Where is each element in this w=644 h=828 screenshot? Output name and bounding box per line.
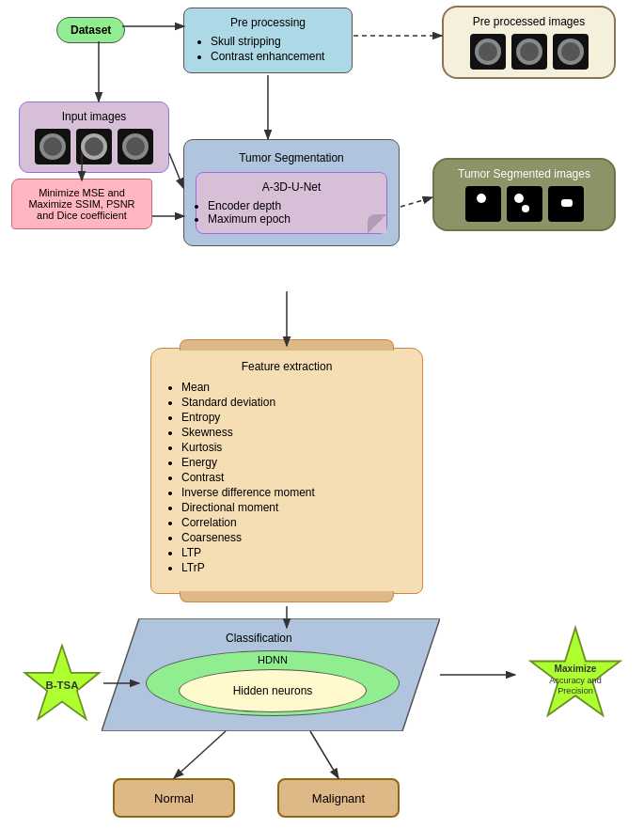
preprocessing-list: Skull stripping Contrast enhancement xyxy=(196,35,340,63)
hidden-neurons-label: Hidden neurons xyxy=(233,684,313,697)
feature-item-idm: Inverse difference moment xyxy=(181,486,407,499)
maxacc-star: Maximize Accuracy and Precision xyxy=(524,625,627,728)
a3d-item-2: Maximum epoch xyxy=(208,212,375,226)
svg-text:Maximize: Maximize xyxy=(555,664,597,674)
brain-image-2 xyxy=(511,34,547,70)
minimize-mse-text: Minimize MSE and Maximize SSIM, PSNR and… xyxy=(28,187,134,221)
input-brain-image-2 xyxy=(76,129,112,164)
a3d-item-1: Encoder depth xyxy=(208,199,375,212)
feature-item-ltp: LTP xyxy=(181,546,407,559)
svg-line-13 xyxy=(169,153,183,188)
dataset-bubble: Dataset xyxy=(56,17,125,43)
svg-text:Precision: Precision xyxy=(558,686,593,695)
seg-image-1 xyxy=(465,186,501,222)
normal-output-box: Normal xyxy=(113,778,235,818)
preprocessing-box: Pre processing Skull stripping Contrast … xyxy=(183,8,353,73)
malignant-output-box: Malignant xyxy=(277,778,400,818)
hdnn-outer: HDNN Hidden neurons xyxy=(146,650,400,716)
preprocessing-item-1: Skull stripping xyxy=(211,35,340,48)
feature-item-coarse: Coarseness xyxy=(181,531,407,544)
feature-item-skewness: Skewness xyxy=(181,426,407,439)
btsa-star-svg: B-TSA xyxy=(21,644,103,726)
hdnn-inner: Hidden neurons xyxy=(179,669,367,712)
a3d-box: A-3D-U-Net Encoder depth Maximum epoch xyxy=(196,172,387,234)
feature-item-kurtosis: Kurtosis xyxy=(181,441,407,454)
feature-extraction-box: Feature extraction Mean Standard deviati… xyxy=(150,348,423,594)
brain-image-1 xyxy=(470,34,506,70)
input-images-row xyxy=(29,129,159,164)
tumor-segmentation-box: Tumor Segmentation A-3D-U-Net Encoder de… xyxy=(183,139,400,246)
seg-image-2 xyxy=(507,186,542,222)
hdnn-label: HDNN xyxy=(258,654,288,665)
scroll-bottom-decoration xyxy=(180,591,394,602)
feature-item-corr: Correlation xyxy=(181,516,407,529)
classification-title: Classification xyxy=(226,632,292,645)
minimize-mse-box: Minimize MSE and Maximize SSIM, PSNR and… xyxy=(11,179,152,229)
maxacc-star-svg: Maximize Accuracy and Precision xyxy=(524,625,627,728)
preprocessing-title: Pre processing xyxy=(196,16,340,29)
normal-label: Normal xyxy=(154,791,194,805)
scroll-top-decoration xyxy=(180,339,394,351)
feature-item-energy: Energy xyxy=(181,456,407,469)
svg-line-21 xyxy=(310,731,338,778)
brain-image-3 xyxy=(553,34,589,70)
preprocessing-item-2: Contrast enhancement xyxy=(211,50,340,63)
feature-item-dir: Directional moment xyxy=(181,501,407,514)
malignant-label: Malignant xyxy=(312,791,365,805)
svg-line-20 xyxy=(174,731,226,778)
a3d-title: A-3D-U-Net xyxy=(208,180,375,194)
svg-text:B-TSA: B-TSA xyxy=(46,680,79,691)
a3d-list: Encoder depth Maximum epoch xyxy=(208,199,375,226)
tumor-seg-images-title: Tumor Segmented images xyxy=(444,167,605,180)
feature-item-ltrp: LTrP xyxy=(181,561,407,574)
feature-item-entropy: Entropy xyxy=(181,411,407,424)
feature-extraction-list: Mean Standard deviation Entropy Skewness… xyxy=(166,381,407,574)
feature-item-std: Standard deviation xyxy=(181,396,407,409)
input-brain-image-1 xyxy=(35,129,71,164)
dataset-label: Dataset xyxy=(71,23,111,37)
svg-line-15 xyxy=(401,197,432,207)
svg-text:Accuracy and: Accuracy and xyxy=(549,676,601,685)
input-images-box: Input images xyxy=(19,102,169,173)
feature-extraction-title: Feature extraction xyxy=(166,360,407,373)
input-images-title: Input images xyxy=(29,110,159,123)
preprocessed-images-box: Pre processed images xyxy=(442,6,616,79)
tumor-segmented-images-box: Tumor Segmented images xyxy=(432,158,616,231)
btsa-star: B-TSA xyxy=(21,644,103,726)
feature-item-mean: Mean xyxy=(181,381,407,394)
preprocessed-images-title: Pre processed images xyxy=(453,15,605,28)
tumor-seg-title: Tumor Segmentation xyxy=(196,151,387,164)
input-brain-image-3 xyxy=(118,129,153,164)
preprocessed-images-row xyxy=(453,34,605,70)
diagram-container: Dataset Pre processing Skull stripping C… xyxy=(0,0,644,828)
seg-image-3 xyxy=(548,186,584,222)
tumor-seg-images-row xyxy=(444,186,605,222)
feature-item-contrast: Contrast xyxy=(181,471,407,484)
